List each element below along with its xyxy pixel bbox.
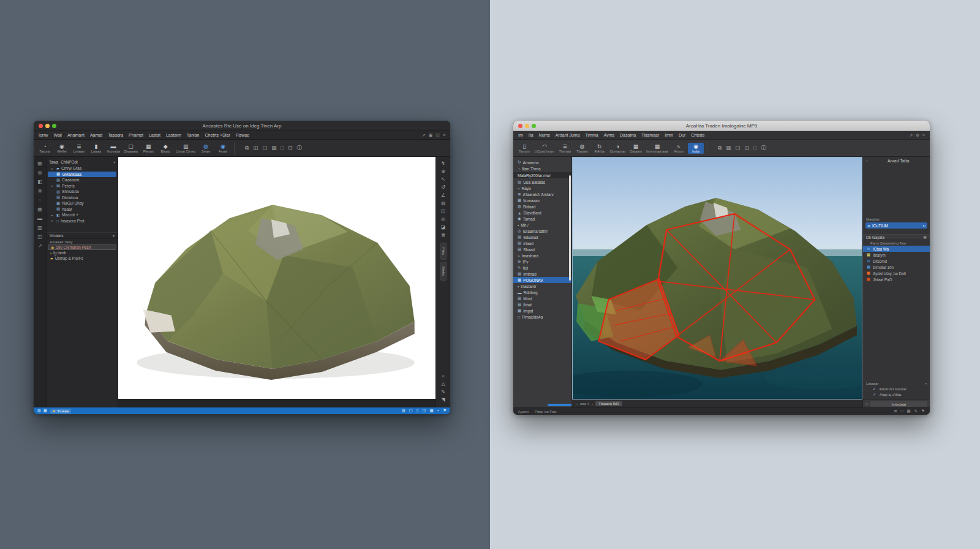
layer-item[interactable]: ▤ Sduatad [513,234,571,240]
viewport-3d-scene[interactable] [572,157,862,399]
chevron-right-sm-icon[interactable]: › [592,402,593,406]
layer-item[interactable]: ◉ Tamad [513,216,571,222]
globe-icon[interactable]: ◍ [402,409,405,413]
camera-icon[interactable]: ◫ [744,145,749,151]
layer-item[interactable]: □ PimacIda4a [513,314,571,320]
layer-item[interactable]: ▤ Imtmad [513,271,571,277]
pen-icon[interactable]: ✎ [441,390,445,395]
flag-icon[interactable]: ⚑ [443,409,447,413]
toolbar-button[interactable]: ◑ Oomaynar [608,143,627,154]
menu-item[interactable]: Im [518,133,523,137]
toolbar-button[interactable]: ◍ Tlautart [574,143,590,154]
toolbar-button[interactable]: ▥ Llynat Clmsd [175,143,197,154]
menu-item[interactable]: Anamant [67,133,85,137]
layers-icon[interactable]: ≣ [441,233,445,238]
menu-item[interactable]: Tlasmaar [641,133,659,137]
rotate-icon[interactable]: ↺ [441,185,445,190]
status-text[interactable]: Pttbp Ita/Ttds [535,410,557,414]
layer-item[interactable]: ≈ Rayu [513,185,571,191]
gear-icon[interactable]: ⊛ [916,133,919,137]
catalog-item[interactable]: • Ig tamb [48,250,116,256]
stamp-icon[interactable]: ⊡ [288,145,292,151]
legend-item[interactable]: Dimdtat 10h [863,264,930,270]
box1-icon[interactable]: ▯ [417,409,419,413]
polyline-icon[interactable]: △ [441,382,445,387]
slice-icon[interactable]: ◪ [441,225,446,230]
info-icon[interactable]: ⓘ [296,145,302,151]
layer-item[interactable]: ◔ Ilam Thma [513,165,571,172]
brush-icon[interactable]: ▬ [37,216,42,221]
share-icon[interactable]: ↗ [909,133,913,137]
tree-item[interactable]: ▤ Dimubua [47,195,118,201]
swatch-icon[interactable]: ⧉ [245,145,249,151]
tree-item[interactable]: ▤ haaar [47,206,118,213]
layer-item[interactable]: ▤ Ihtwt [513,301,571,308]
menu-item[interactable]: Chtsda [691,133,704,137]
menu-item[interactable]: Fiswap [236,133,249,137]
menu-item[interactable]: Dasama [620,133,636,137]
layer-item[interactable]: • Inastamr [513,283,571,289]
refresh-icon[interactable]: ↻ [922,224,925,228]
side-tab[interactable]: Bmks [440,262,447,281]
menu-item[interactable]: Dur [679,133,685,137]
catalog-item[interactable]: ▰ Ubmap & PlarFs [48,256,116,261]
toolbar-button[interactable]: ◉ Amaa [215,143,231,154]
menu-item[interactable]: Nums [539,133,550,137]
layer-item[interactable]: ▤ Mmd [513,295,571,301]
title-bar[interactable]: ArcaHra Traden Imalogaine MP9 [513,121,930,131]
toolbar-button[interactable]: ≣ Thimata [557,143,573,154]
toolbar-button[interactable]: ▦ Oataam [628,143,644,154]
toolbar-button[interactable]: ◠ UQuad imam [533,143,556,154]
layers-icon[interactable]: ≣ [894,409,897,414]
title-bar[interactable]: Ancastes Rte Use on Ideg Tinen Arp [34,121,450,131]
layer-item[interactable]: ▤ Shaad [513,246,571,252]
toolbar-button[interactable]: ↻ AlAtha [591,143,607,154]
measure-icon[interactable]: ∠ [441,193,445,198]
layer-item[interactable]: ▤ Irtaad [513,240,571,246]
side-tab[interactable]: Pnts [440,243,447,260]
wave-icon[interactable]: ≈ [437,409,440,413]
toolbar-button[interactable]: ▬ Hyyvada [105,143,121,154]
toolbar-button[interactable]: ▦ Pleyart [140,143,156,154]
share-icon[interactable]: ↗ [38,244,42,249]
tree-item[interactable]: ▤ Caaaaam [47,177,118,183]
menu-item[interactable]: Ita [529,133,533,137]
menu-item[interactable]: Aamat [90,133,102,137]
grid-icon[interactable]: ▦ [907,409,911,414]
toolbar-button[interactable]: ◆ Elaatd [157,143,173,154]
scene-icon[interactable]: ◧ [37,180,42,184]
pen-icon[interactable]: ✎ [914,409,918,414]
menu-item[interactable]: Tanian [187,133,200,137]
wave-icon[interactable]: ≈ [922,133,925,137]
menu-item[interactable]: Lastann [166,133,181,137]
box-icon[interactable]: □ [281,145,284,151]
target-icon[interactable]: ◎ [441,217,445,222]
layer-item[interactable]: • Mh / [513,222,571,228]
columns-icon[interactable]: ▥ [271,145,276,151]
box-icon[interactable]: □ [865,402,868,406]
grid-icon[interactable]: ▦ [43,409,47,413]
layer-item[interactable]: ▦ POGONAV [513,277,571,283]
camera-icon[interactable]: ◫ [253,145,258,151]
tree-item[interactable]: ▸ ◧ Maccdr + [47,212,118,218]
chart-icon[interactable]: ▥ [37,225,42,230]
layer-item[interactable]: ◎ Iuraama tatthr [513,228,571,234]
menu-item[interactable]: Phamst [129,133,143,137]
box-icon[interactable]: □ [901,409,903,414]
toolbar-button[interactable]: ▦ Imrvmrtaa aaamaO [645,143,669,154]
viewport-3d-scene[interactable] [118,157,435,399]
layer-checkbox[interactable]: Aagt iç o'tltta [863,392,930,397]
menu-item[interactable]: Imm [665,133,673,137]
project-chip[interactable]: ▰ Tmaaa [50,409,71,414]
menu-item[interactable]: Avms [604,133,614,137]
views-section-header[interactable]: Vmaars ▾ [47,232,118,239]
tree-item[interactable]: ▸ ▤ Peterts [47,183,118,189]
map-icon[interactable]: ▦ [37,161,42,166]
legend-item[interactable]: Ibtatym [863,252,930,258]
menu-item[interactable]: Ardant Juma [556,133,580,137]
toolbar-button[interactable]: ◉ Welfet [54,143,70,154]
toolbar-button[interactable]: ▢ Dhaaaaw [123,143,139,154]
info-icon[interactable]: ⓘ [761,145,766,151]
menu-item[interactable]: Iorny [39,133,48,137]
grid-icon[interactable]: ▦ [429,409,433,413]
